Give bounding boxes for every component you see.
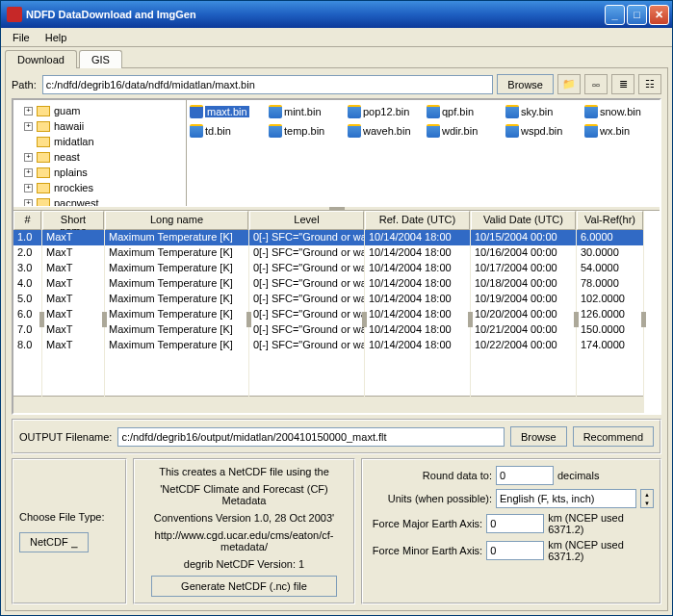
grid-cell[interactable]: 10/14/2004 18:00 — [365, 276, 470, 292]
maximize-button[interactable]: □ — [627, 5, 647, 25]
grid-cell[interactable]: 10/14/2004 18:00 — [365, 307, 470, 322]
grid-cell[interactable]: 3.0 — [13, 261, 41, 276]
grid-cell[interactable]: 6.0000 — [577, 230, 643, 245]
file-view[interactable]: maxt.binmint.binpop12.binqpf.binsky.bins… — [187, 100, 660, 206]
file-item[interactable]: pop12.bin — [348, 103, 419, 120]
grid-cell[interactable]: 0[-] SFC="Ground or wa — [249, 322, 364, 338]
column-header[interactable]: Short name — [42, 211, 104, 230]
column-header[interactable]: Val-Ref(hr) — [577, 211, 643, 230]
tree-item[interactable]: +pacnwest — [16, 195, 183, 206]
grid-cell[interactable]: 10/14/2004 18:00 — [365, 245, 470, 261]
view-detail-button[interactable]: ☷ — [638, 74, 661, 94]
grid-cell[interactable]: 54.0000 — [577, 261, 643, 276]
grid-cell[interactable]: 0[-] SFC="Ground or wa — [249, 276, 364, 292]
file-item[interactable]: wspd.bin — [505, 122, 577, 140]
grid-cell[interactable]: Maximum Temperature [K] — [105, 230, 248, 245]
grid-cell[interactable]: 10/21/2004 00:00 — [471, 322, 576, 338]
column-resize-grip[interactable] — [641, 312, 646, 327]
grid-cell[interactable]: 174.0000 — [577, 338, 643, 353]
file-item[interactable]: waveh.bin — [348, 122, 419, 140]
expand-icon[interactable]: + — [24, 107, 33, 116]
tree-item[interactable]: +nrockies — [16, 180, 183, 195]
expand-icon[interactable]: + — [24, 168, 33, 177]
column-header[interactable]: # — [13, 211, 41, 230]
grid-cell[interactable]: 30.0000 — [577, 245, 643, 261]
tree-item[interactable]: +hawaii — [16, 118, 183, 134]
minor-axis-input[interactable] — [486, 541, 544, 560]
grid-cell[interactable]: 6.0 — [13, 307, 41, 322]
file-item[interactable]: qpf.bin — [427, 103, 498, 120]
grid-cell[interactable]: MaxT — [42, 230, 104, 245]
grid-cell[interactable]: MaxT — [42, 322, 104, 338]
generate-button[interactable]: Generate NetCDF (.nc) file — [151, 576, 338, 597]
units-spinner[interactable]: ▲▼ — [640, 489, 654, 508]
grid-cell[interactable]: MaxT — [42, 338, 104, 353]
tree-item[interactable]: +nplains — [16, 165, 183, 180]
grid-cell[interactable]: 8.0 — [13, 338, 41, 353]
grid-cell[interactable]: 10/14/2004 18:00 — [365, 261, 470, 276]
browse-output-button[interactable]: Browse — [510, 426, 567, 447]
grid-cell[interactable]: 10/20/2004 00:00 — [471, 307, 576, 322]
grid-cell[interactable]: 102.0000 — [577, 292, 643, 307]
titlebar[interactable]: NDFD DataDownload and ImgGen _ □ ✕ — [1, 1, 672, 28]
view-small-button[interactable]: ▫▫ — [584, 74, 608, 94]
grid-cell[interactable]: MaxT — [42, 292, 104, 307]
file-item[interactable]: snow.bin — [584, 103, 656, 120]
menu-help[interactable]: Help — [38, 30, 75, 45]
grid-cell[interactable]: 10/14/2004 18:00 — [365, 338, 470, 353]
file-item[interactable]: wx.bin — [584, 122, 656, 140]
grid-cell[interactable]: 0[-] SFC="Ground or wa — [249, 261, 364, 276]
tree-item[interactable]: +guam — [16, 103, 183, 118]
recommend-button[interactable]: Recommend — [573, 426, 654, 447]
tab-gis[interactable]: GIS — [79, 50, 122, 68]
output-filename-input[interactable] — [117, 427, 505, 447]
grid-cell[interactable]: 5.0 — [13, 292, 41, 307]
grid-cell[interactable]: Maximum Temperature [K] — [105, 276, 248, 292]
column-header[interactable]: Level — [249, 211, 364, 230]
file-item[interactable]: sky.bin — [505, 103, 577, 120]
expand-icon[interactable]: + — [24, 199, 33, 207]
column-header[interactable]: Valid Date (UTC) — [471, 211, 576, 230]
filetype-button[interactable]: NetCDF ⎯ — [19, 532, 89, 552]
major-axis-input[interactable] — [486, 514, 544, 533]
grid-cell[interactable]: Maximum Temperature [K] — [105, 322, 248, 338]
expand-icon[interactable]: + — [24, 122, 33, 131]
grid-cell[interactable]: 7.0 — [13, 322, 41, 338]
units-input[interactable] — [496, 489, 636, 508]
grid-cell[interactable]: 10/19/2004 00:00 — [471, 292, 576, 307]
grid-cell[interactable]: 0[-] SFC="Ground or wa — [249, 292, 364, 307]
folder-tree[interactable]: +guam+hawaiimidatlan+neast+nplains+nrock… — [13, 100, 187, 206]
grid-cell[interactable]: MaxT — [42, 245, 104, 261]
grid-cell[interactable]: 0[-] SFC="Ground or wa — [249, 245, 364, 261]
grid-cell[interactable]: 0[-] SFC="Ground or wa — [249, 338, 364, 353]
grid-cell[interactable]: Maximum Temperature [K] — [105, 338, 248, 353]
view-list-button[interactable]: ≣ — [611, 74, 634, 94]
browse-path-button[interactable]: Browse — [497, 74, 554, 94]
column-header[interactable]: Ref. Date (UTC) — [365, 211, 470, 230]
grid-cell[interactable]: 0[-] SFC="Ground or wa — [249, 230, 364, 245]
expand-icon[interactable]: + — [24, 184, 33, 192]
grid-cell[interactable]: 10/18/2004 00:00 — [471, 276, 576, 292]
tree-item[interactable]: midatlan — [16, 134, 183, 149]
data-grid[interactable]: #1.02.03.04.05.06.07.08.0Short nameMaxTM… — [13, 211, 660, 413]
grid-cell[interactable]: 0[-] SFC="Ground or wa — [249, 307, 364, 322]
grid-cell[interactable]: Maximum Temperature [K] — [105, 307, 248, 322]
file-item[interactable]: maxt.bin — [190, 103, 261, 120]
column-header[interactable]: Long name — [105, 211, 248, 230]
grid-cell[interactable]: 10/22/2004 00:00 — [471, 338, 576, 353]
grid-cell[interactable]: Maximum Temperature [K] — [105, 261, 248, 276]
file-item[interactable]: td.bin — [190, 122, 261, 140]
grid-cell[interactable]: 1.0 — [13, 230, 41, 245]
path-input[interactable] — [42, 75, 494, 94]
up-folder-button[interactable]: 📁 — [557, 74, 581, 94]
grid-cell[interactable]: MaxT — [42, 307, 104, 322]
grid-cell[interactable]: MaxT — [42, 276, 104, 292]
grid-cell[interactable]: 10/15/2004 00:00 — [471, 230, 576, 245]
grid-cell[interactable]: 10/14/2004 18:00 — [365, 322, 470, 338]
tab-download[interactable]: Download — [5, 50, 77, 68]
file-item[interactable]: temp.bin — [269, 122, 340, 140]
grid-cell[interactable]: 10/17/2004 00:00 — [471, 261, 576, 276]
grid-cell[interactable]: Maximum Temperature [K] — [105, 292, 248, 307]
grid-cell[interactable]: MaxT — [42, 261, 104, 276]
expand-icon[interactable]: + — [24, 153, 33, 162]
